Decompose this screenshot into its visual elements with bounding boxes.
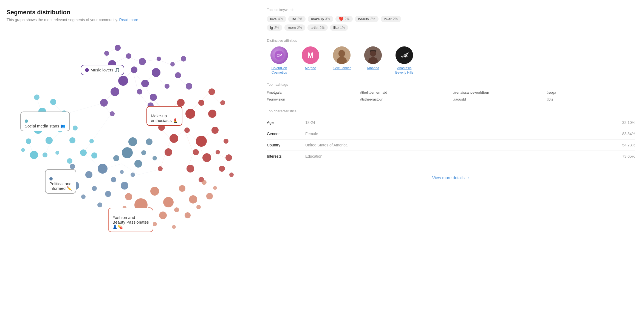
svg-point-73 bbox=[34, 94, 39, 100]
svg-text:CP: CP bbox=[276, 53, 282, 57]
network-graph: Music lovers 🎵 Social media stans 👥 Make… bbox=[7, 26, 242, 274]
affinity-avatar-morphe: M bbox=[302, 46, 319, 64]
keyword-like: like1% bbox=[330, 24, 348, 31]
affinity-name-morphe[interactable]: Morphe bbox=[305, 66, 316, 71]
char-label-gender: Gender bbox=[267, 132, 305, 136]
hashtags-section: Top hashtags #metgala #thelittlemermaid … bbox=[267, 82, 635, 101]
svg-point-111 bbox=[120, 170, 124, 174]
affinity-morphe: M Morphe bbox=[298, 46, 323, 71]
svg-point-140 bbox=[225, 154, 232, 161]
svg-point-93 bbox=[150, 94, 157, 101]
svg-point-67 bbox=[69, 137, 75, 143]
svg-point-153 bbox=[159, 212, 167, 219]
char-pct-country: 54.73% bbox=[613, 143, 635, 147]
keywords-row-1: love4% life3% makeup3% ❤️2% beauty2% lov… bbox=[267, 16, 635, 22]
svg-point-154 bbox=[174, 207, 179, 212]
svg-line-10 bbox=[133, 70, 138, 92]
characteristics-title: Top characteristics bbox=[267, 109, 635, 113]
keyword-artist: artist2% bbox=[307, 24, 328, 31]
affinity-name-colourpop[interactable]: ColourPop Cosmetics bbox=[267, 66, 292, 75]
svg-point-72 bbox=[89, 139, 94, 143]
svg-point-120 bbox=[141, 150, 146, 155]
svg-point-156 bbox=[196, 205, 201, 209]
svg-point-77 bbox=[91, 152, 97, 158]
svg-point-66 bbox=[58, 128, 62, 132]
affinity-avatar-anastasia: 𝒜 bbox=[396, 46, 413, 64]
affinity-name-anastasia[interactable]: Anastasia Beverly Hills bbox=[392, 66, 417, 75]
svg-point-95 bbox=[175, 72, 181, 78]
affinity-name-kylie[interactable]: Kylie Jenner bbox=[333, 66, 351, 71]
keyword-life: life3% bbox=[288, 16, 306, 22]
right-panel: Top bio keywords love4% life3% makeup3% … bbox=[258, 0, 644, 317]
svg-point-81 bbox=[108, 60, 116, 68]
svg-point-75 bbox=[55, 151, 59, 155]
svg-line-54 bbox=[92, 114, 111, 142]
svg-point-70 bbox=[43, 152, 47, 157]
svg-point-80 bbox=[67, 158, 72, 164]
svg-point-74 bbox=[25, 126, 29, 130]
char-value-interests: Education bbox=[305, 154, 613, 158]
svg-point-161 bbox=[213, 186, 217, 190]
svg-point-84 bbox=[141, 80, 149, 87]
page-title: Segments distribution bbox=[7, 9, 251, 16]
svg-point-103 bbox=[98, 164, 108, 174]
svg-point-89 bbox=[104, 51, 109, 56]
keyword-mom: mom2% bbox=[284, 24, 305, 31]
svg-point-104 bbox=[85, 171, 92, 178]
svg-point-117 bbox=[134, 160, 142, 168]
char-pct-age: 32.10% bbox=[613, 120, 635, 125]
svg-point-69 bbox=[30, 151, 38, 159]
char-pct-gender: 83.34% bbox=[613, 132, 635, 136]
svg-point-121 bbox=[146, 138, 152, 145]
affinity-kylie: Kylie Jenner bbox=[329, 46, 354, 71]
hashtag-bts: #bts bbox=[546, 97, 635, 101]
affinities-section: Distinctive affinities CP ColourPop Cosm… bbox=[267, 38, 635, 75]
svg-point-110 bbox=[70, 164, 75, 169]
svg-point-76 bbox=[73, 126, 78, 130]
svg-point-129 bbox=[170, 134, 178, 143]
svg-point-141 bbox=[158, 166, 163, 171]
svg-point-109 bbox=[81, 194, 86, 199]
affinity-anastasia: 𝒜 Anastasia Beverly Hills bbox=[392, 46, 417, 75]
char-row-country: Country United States of America 54.73% bbox=[267, 140, 635, 151]
svg-point-96 bbox=[170, 62, 175, 66]
svg-point-106 bbox=[71, 182, 79, 190]
hashtag-grid: #metgala #thelittlemermaid #renaissancew… bbox=[267, 90, 635, 101]
svg-point-138 bbox=[202, 153, 211, 162]
svg-point-79 bbox=[48, 118, 53, 122]
svg-line-60 bbox=[138, 169, 160, 175]
characteristics-table: Age 18-24 32.10% Gender Female 83.34% Co… bbox=[267, 117, 635, 162]
read-more-link[interactable]: Read more bbox=[119, 18, 138, 22]
svg-point-171 bbox=[368, 57, 378, 64]
svg-point-115 bbox=[131, 173, 135, 177]
svg-point-107 bbox=[92, 186, 97, 191]
svg-point-94 bbox=[165, 84, 170, 89]
char-value-country: United States of America bbox=[305, 143, 613, 147]
svg-point-126 bbox=[198, 100, 204, 106]
svg-point-142 bbox=[187, 165, 194, 173]
svg-point-83 bbox=[131, 66, 137, 73]
svg-point-162 bbox=[152, 222, 157, 226]
hashtag-metgala: #metgala bbox=[267, 90, 356, 94]
svg-point-149 bbox=[179, 185, 185, 192]
view-more-link[interactable]: View more details → bbox=[432, 175, 470, 180]
characteristics-section: Top characteristics Age 18-24 32.10% Gen… bbox=[267, 109, 635, 162]
affinity-name-rihanna[interactable]: Rihanna bbox=[367, 66, 379, 71]
svg-point-88 bbox=[157, 57, 161, 61]
svg-point-118 bbox=[113, 155, 119, 161]
left-panel: Segments distribution This graph shows t… bbox=[0, 0, 258, 317]
svg-point-63 bbox=[62, 110, 67, 115]
affinities-row: CP ColourPop Cosmetics M Morphe bbox=[267, 46, 635, 75]
svg-point-147 bbox=[150, 187, 159, 196]
svg-point-113 bbox=[97, 202, 102, 207]
char-pct-interests: 73.65% bbox=[613, 154, 635, 158]
svg-line-53 bbox=[64, 103, 103, 114]
keywords-row-2: ig2% mom2% artist2% like1% bbox=[267, 24, 635, 31]
svg-point-151 bbox=[125, 193, 132, 200]
svg-point-78 bbox=[21, 148, 25, 152]
svg-point-145 bbox=[229, 173, 234, 177]
hashtag-eurovision: #eurovision bbox=[267, 97, 356, 101]
svg-point-102 bbox=[186, 83, 192, 90]
svg-point-159 bbox=[123, 206, 126, 210]
char-row-interests: Interests Education 73.65% bbox=[267, 151, 635, 162]
